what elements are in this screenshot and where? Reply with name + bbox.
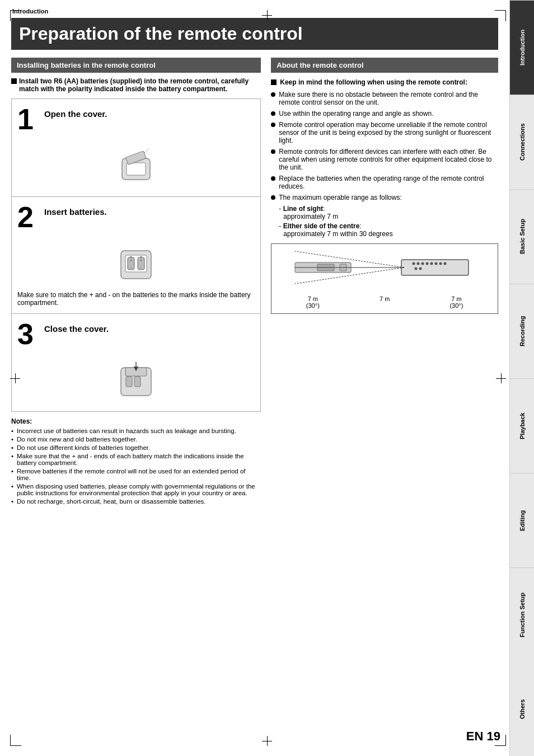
about-item-6: The maximum operable range as follows:	[271, 194, 498, 201]
sidebar-tab-playback[interactable]: Playback	[510, 378, 534, 473]
notes-section: Notes: Incorrect use of batteries can re…	[11, 417, 261, 505]
step-3-title: Close the cover.	[44, 324, 109, 334]
about-intro: Keep in mind the following when using th…	[271, 78, 498, 86]
page-title-bar: Preparation of the remote control	[11, 18, 498, 50]
svg-point-20	[413, 262, 415, 265]
range-diagram-svg	[289, 248, 480, 293]
about-item-3-bullet	[271, 123, 275, 127]
about-item-3: Remote control operation may become unre…	[271, 121, 498, 144]
range-info-1: - Line of sight: approximately 7 m	[271, 205, 498, 220]
right-sidebar: Introduction Connections Basic Setup Rec…	[509, 0, 534, 756]
svg-point-25	[435, 262, 438, 265]
about-item-1: Make sure there is no obstacle between t…	[271, 91, 498, 106]
cross-top	[262, 10, 272, 20]
main-content: Introduction Preparation of the remote c…	[0, 0, 509, 518]
step-1: 1 Open the cover.	[12, 99, 260, 197]
corner-mark-tr	[495, 10, 506, 21]
note-item-7: Do not recharge, short-circuit, heat, bu…	[11, 498, 261, 505]
corner-mark-bl	[10, 735, 21, 746]
sidebar-tab-others[interactable]: Others	[510, 662, 534, 756]
step-1-header: 1 Open the cover.	[17, 105, 255, 134]
svg-rect-15	[125, 368, 147, 376]
steps-box: 1 Open the cover.	[11, 98, 261, 412]
svg-point-28	[415, 267, 418, 270]
range-labels: 7 m (30°) 7 m 7 m (30°)	[276, 295, 493, 309]
note-item-4: Make sure that the + and - ends of each …	[11, 453, 261, 466]
left-section-heading: Installing batteries in the remote contr…	[11, 58, 261, 73]
svg-text:+: +	[130, 259, 132, 262]
svg-rect-1	[127, 163, 146, 175]
sidebar-tab-editing[interactable]: Editing	[510, 473, 534, 567]
note-item-6: When disposing used batteries, please co…	[11, 483, 261, 496]
step-3-header: 3 Close the cover.	[17, 320, 255, 349]
svg-point-26	[439, 262, 442, 265]
step-3-image	[17, 356, 255, 401]
note-item-2: Do not mix new and old batteries togethe…	[11, 436, 261, 443]
svg-rect-19	[401, 260, 469, 275]
about-item-1-bullet	[271, 92, 275, 97]
range-info-2: - Either side of the centre: approximate…	[271, 222, 498, 238]
sidebar-tab-basic-setup[interactable]: Basic Setup	[510, 189, 534, 284]
step-3-number: 3	[17, 320, 41, 349]
sidebar-tab-function-setup[interactable]: Function Setup	[510, 567, 534, 662]
svg-point-23	[426, 262, 429, 265]
step-3: 3 Close the cover.	[12, 314, 260, 411]
note-item-1: Incorrect use of batteries can result in…	[11, 428, 261, 434]
step-2-header: 2 Insert batteries.	[17, 203, 255, 232]
step-2-number: 2	[17, 203, 41, 232]
bullet-square-icon	[11, 78, 17, 84]
about-item-6-bullet	[271, 195, 275, 200]
about-item-2: Use within the operating range and angle…	[271, 110, 498, 118]
notes-title: Notes:	[11, 417, 261, 425]
about-item-4-bullet	[271, 149, 275, 154]
sidebar-tab-connections[interactable]: Connections	[510, 95, 534, 189]
step-2: 2 Insert batteries. +	[12, 197, 260, 314]
step-2-title: Insert batteries.	[44, 207, 107, 217]
svg-point-21	[417, 262, 420, 265]
svg-rect-18	[134, 377, 140, 387]
svg-rect-7	[130, 256, 132, 258]
open-cover-illustration	[105, 142, 167, 186]
corner-mark-tl	[10, 10, 21, 21]
range-label-left: 7 m (30°)	[306, 295, 320, 309]
range-label-right: 7 m (30°)	[449, 295, 463, 309]
svg-point-22	[421, 262, 424, 265]
about-item-4: Remote controls for different devices ca…	[271, 148, 498, 171]
cross-left	[10, 373, 20, 383]
about-bullet-icon	[271, 79, 277, 85]
about-item-5: Replace the batteries when the operating…	[271, 175, 498, 190]
svg-point-29	[419, 267, 422, 270]
intro-bold-text: Install two R6 (AA) batteries (supplied)…	[11, 77, 261, 93]
step-1-title: Open the cover.	[44, 109, 107, 119]
svg-line-3	[144, 148, 149, 153]
two-column-layout: Installing batteries in the remote contr…	[11, 58, 498, 506]
left-column: Installing batteries in the remote contr…	[11, 58, 261, 506]
step-2-image: + - + -	[17, 240, 255, 284]
insert-batteries-illustration: + - + -	[105, 240, 167, 284]
svg-point-27	[444, 262, 447, 265]
section-label: Introduction	[11, 8, 498, 15]
page-title: Preparation of the remote control	[19, 24, 490, 44]
about-section-heading: About the remote control	[271, 58, 498, 73]
svg-text:+: +	[140, 259, 142, 262]
note-item-3: Do not use different kinds of batteries …	[11, 444, 261, 451]
sidebar-tab-introduction[interactable]: Introduction	[510, 0, 534, 95]
svg-rect-11	[140, 256, 142, 258]
note-item-5: Remove batteries if the remote control w…	[11, 468, 261, 481]
step-2-note: Make sure to match the + and - on the ba…	[17, 291, 255, 307]
step-1-number: 1	[17, 105, 41, 134]
svg-rect-17	[126, 377, 132, 387]
range-diagram: 7 m (30°) 7 m 7 m (30°)	[271, 243, 498, 314]
about-item-5-bullet	[271, 176, 275, 181]
cross-bottom	[262, 736, 272, 746]
step-1-image	[17, 142, 255, 186]
range-label-center: 7 m	[380, 295, 390, 309]
close-cover-illustration	[105, 356, 167, 401]
page-number: EN 19	[466, 729, 500, 744]
sidebar-tab-recording[interactable]: Recording	[510, 284, 534, 378]
right-column: About the remote control Keep in mind th…	[271, 58, 498, 506]
svg-point-24	[430, 262, 433, 265]
cross-right	[496, 373, 506, 383]
about-item-2-bullet	[271, 111, 275, 116]
